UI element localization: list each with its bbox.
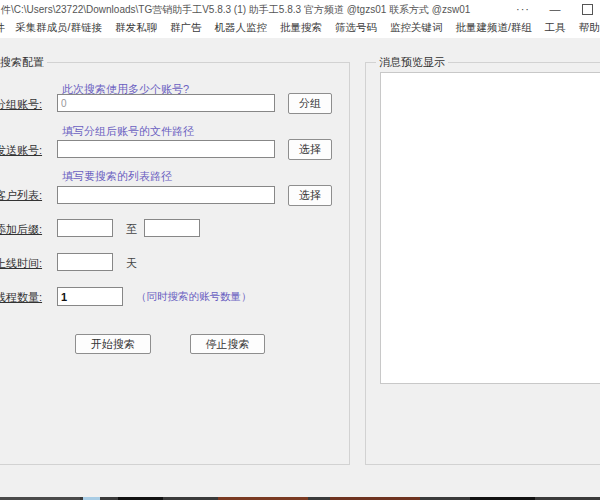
- list-select-button[interactable]: 选择: [288, 185, 332, 206]
- search-config-title: 搜索配置: [0, 56, 47, 69]
- menu-item-help[interactable]: 帮助: [579, 21, 600, 35]
- thread-count-input[interactable]: [57, 287, 123, 306]
- send-account-input[interactable]: [57, 140, 275, 158]
- online-time-input[interactable]: [57, 253, 113, 271]
- search-config-groupbox: 搜索配置: [0, 62, 350, 465]
- maximize-icon: [582, 4, 593, 15]
- online-time-label: 上线时间:: [0, 256, 42, 271]
- app-window: 件\C:\Users\23722\Downloads\TG营销助手工V5.8.3…: [0, 0, 600, 500]
- window-title: 件\C:\Users\23722\Downloads\TG营销助手工V5.8.3…: [1, 3, 470, 17]
- customer-list-label: 客户列表:: [0, 188, 42, 203]
- group-account-input[interactable]: [57, 94, 275, 112]
- message-preview-title: 消息预览显示: [376, 56, 448, 69]
- menu-item-collect-members[interactable]: 采集群成员/群链接: [15, 21, 102, 35]
- grouped-path-hint: 填写分组后账号的文件路径: [62, 124, 194, 139]
- suffix-label: 添加后缀:: [0, 222, 42, 237]
- send-account-label: 发送账号:: [0, 143, 42, 158]
- title-bar: 件\C:\Users\23722\Downloads\TG营销助手工V5.8.3…: [0, 0, 600, 18]
- customer-list-input[interactable]: [57, 186, 275, 204]
- suffix-to-label: 至: [126, 222, 137, 237]
- menu-item-mass-dm[interactable]: 群发私聊: [115, 21, 157, 35]
- suffix-from-input[interactable]: [57, 219, 113, 237]
- more-options-button[interactable]: ···: [510, 0, 536, 18]
- menu-item-batch-create[interactable]: 批量建频道/群组: [455, 21, 531, 35]
- message-preview-area[interactable]: [380, 72, 600, 384]
- menu-item-batch-search[interactable]: 批量搜索: [280, 21, 322, 35]
- minimize-button[interactable]: —: [544, 0, 566, 18]
- online-unit-label: 天: [126, 256, 137, 271]
- list-path-hint: 填写要搜索的列表路径: [62, 169, 172, 184]
- stop-search-button[interactable]: 停止搜索: [190, 334, 265, 354]
- menu-item-keyword-monitor[interactable]: 监控关键词: [390, 21, 443, 35]
- thread-count-label: 线程数量:: [0, 290, 42, 305]
- menu-item-group-ads[interactable]: 群广告: [170, 21, 202, 35]
- menu-item-tools[interactable]: 工具: [545, 21, 566, 35]
- start-search-button[interactable]: 开始搜索: [75, 334, 151, 354]
- thread-count-note: （同时搜索的账号数量）: [136, 290, 252, 304]
- group-button[interactable]: 分组: [288, 93, 332, 114]
- suffix-to-input[interactable]: [144, 219, 200, 237]
- send-select-button[interactable]: 选择: [288, 139, 332, 160]
- maximize-button[interactable]: [576, 0, 598, 18]
- group-account-label: 分组账号:: [0, 97, 42, 112]
- menu-items: 采集群成员/群链接 群发私聊 群广告 机器人监控 批量搜索 筛选号码 监控关键词…: [15, 18, 600, 38]
- menu-item-bot-monitor[interactable]: 机器人监控: [214, 21, 267, 35]
- menu-bar: 件 采集群成员/群链接 群发私聊 群广告 机器人监控 批量搜索 筛选号码 监控关…: [0, 18, 600, 38]
- menu-item-filter-numbers[interactable]: 筛选号码: [335, 21, 377, 35]
- menu-item-clipped[interactable]: 件: [0, 18, 5, 38]
